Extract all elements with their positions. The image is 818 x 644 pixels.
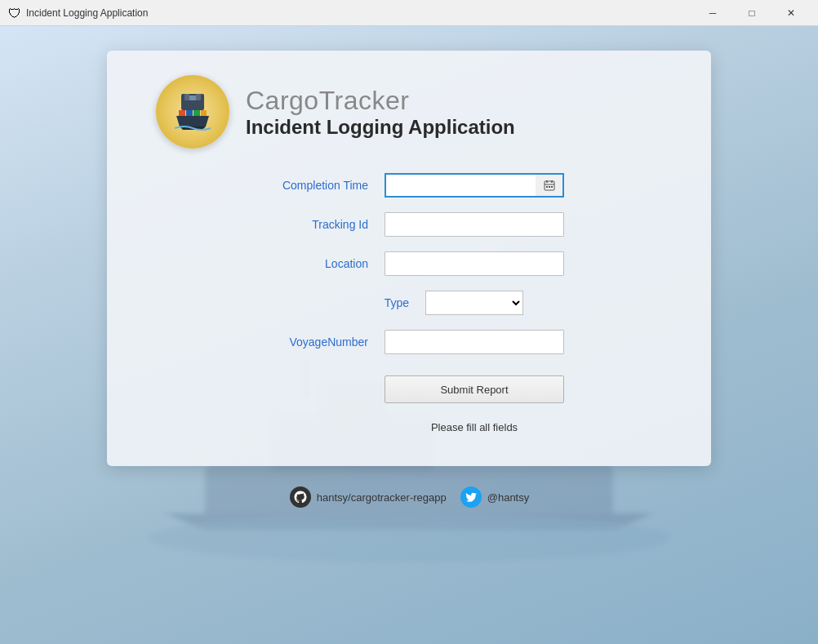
voyage-number-row: VoyageNumber [156,330,662,354]
twitter-icon [460,486,482,509]
header-text: CargoTracker Incident Logging Applicatio… [246,86,515,139]
svg-rect-13 [179,110,185,116]
submit-row: Submit Report [156,369,662,403]
error-message: Please fill all fields [431,421,518,433]
type-row: Type LOAD UNLOAD RECEIVE CLAIM CUSTOMS [156,291,662,315]
error-row: Please fill all fields [156,418,662,433]
location-label: Location [254,257,385,270]
app-icon: 🛡 [8,7,21,20]
minimize-button[interactable]: ─ [694,0,731,26]
completion-time-row: Completion Time [156,173,662,198]
app-name: CargoTracker [246,86,515,116]
github-link[interactable]: hantsy/cargotracker-regapp [289,486,447,509]
completion-time-wrapper [385,173,564,198]
logo-circle [156,75,229,149]
location-row: Location [156,251,662,276]
form-section: Completion Time [156,173,662,433]
svg-rect-17 [545,181,554,190]
app-subtitle: Incident Logging Application [246,116,515,139]
logo-ship-icon [168,87,217,136]
github-icon [289,486,312,509]
completion-time-input[interactable] [385,173,536,198]
main-card: CargoTracker Incident Logging Applicatio… [107,51,711,466]
window-controls: ─ □ ✕ [694,0,810,26]
github-label: hantsy/cargotracker-regapp [317,491,447,504]
footer: hantsy/cargotracker-regapp @hantsy [289,486,529,509]
location-input[interactable] [385,251,564,276]
voyage-number-input[interactable] [385,330,564,354]
twitter-label: @hantsy [487,491,530,504]
svg-rect-10 [184,94,189,100]
tracking-id-label: Tracking Id [254,218,385,231]
header-section: CargoTracker Incident Logging Applicatio… [156,75,662,149]
svg-rect-11 [196,94,201,100]
svg-rect-14 [186,110,193,116]
close-button[interactable]: ✕ [772,0,810,26]
calendar-icon [544,180,555,191]
svg-rect-21 [546,186,548,188]
svg-rect-15 [193,110,200,116]
title-bar-title: Incident Logging Application [26,7,694,19]
maximize-button[interactable]: □ [733,0,771,26]
type-label: Type [295,296,425,309]
svg-rect-12 [189,95,196,100]
svg-point-8 [148,513,670,562]
twitter-link[interactable]: @hantsy [460,486,530,509]
svg-rect-23 [551,186,553,188]
svg-rect-16 [201,110,207,116]
background: CargoTracker Incident Logging Applicatio… [0,26,818,644]
tracking-id-row: Tracking Id [156,212,662,237]
tracking-id-input[interactable] [385,212,564,237]
svg-rect-22 [549,186,550,188]
type-select[interactable]: LOAD UNLOAD RECEIVE CLAIM CUSTOMS [425,291,523,315]
voyage-number-label: VoyageNumber [254,335,385,349]
calendar-button[interactable] [536,173,564,198]
svg-point-24 [290,486,311,508]
completion-time-label: Completion Time [254,179,385,192]
title-bar: 🛡 Incident Logging Application ─ □ ✕ [0,0,818,26]
submit-button[interactable]: Submit Report [385,375,564,403]
